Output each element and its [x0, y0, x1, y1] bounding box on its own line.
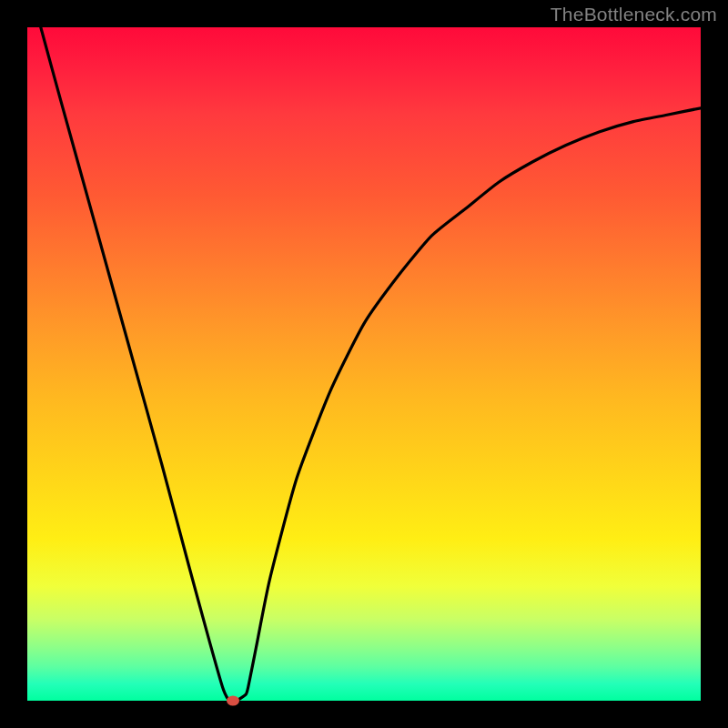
- bottleneck-curve: [41, 27, 701, 701]
- watermark-text: TheBottleneck.com: [551, 4, 717, 25]
- curve-svg: [27, 27, 701, 701]
- plot-area: [27, 27, 701, 701]
- chart-frame: TheBottleneck.com: [0, 0, 728, 728]
- optimum-marker: [227, 696, 239, 706]
